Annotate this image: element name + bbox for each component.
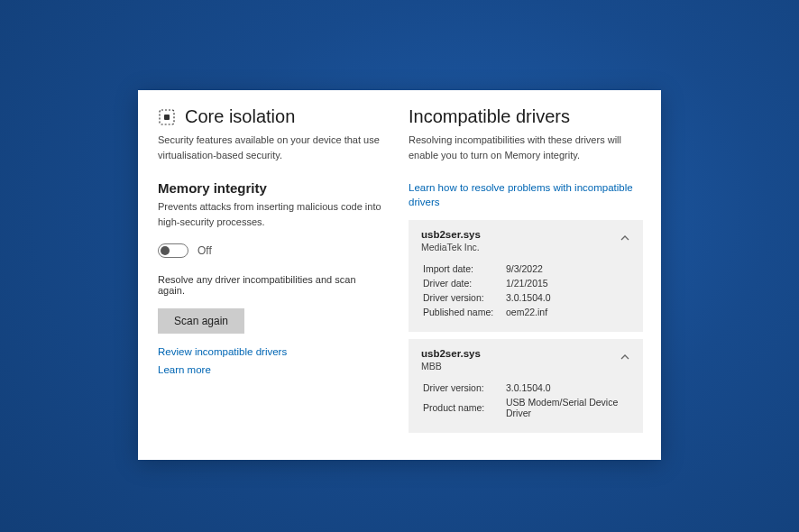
detail-value: 3.0.1504.0 [506, 292, 551, 305]
detail-label: Product name: [423, 397, 504, 420]
incompatible-drivers-description: Resolving incompatibilities with these d… [409, 133, 643, 162]
detail-label: Driver version: [423, 292, 504, 305]
table-row: Published name:oem22.inf [423, 307, 551, 319]
detail-label: Driver date: [423, 278, 504, 290]
table-row: Driver version:3.0.1504.0 [423, 382, 627, 395]
table-row: Driver version:3.0.1504.0 [423, 292, 551, 305]
memory-integrity-toggle-row: Off [158, 243, 385, 258]
chevron-up-icon[interactable] [620, 350, 630, 361]
settings-window: Core isolation Security features availab… [138, 90, 661, 460]
memory-integrity-toggle[interactable] [158, 243, 188, 258]
detail-label: Published name: [423, 307, 504, 319]
toggle-state-label: Off [197, 244, 212, 257]
driver-card: usb2ser.sysMBBDriver version:3.0.1504.0P… [409, 339, 643, 433]
page-title: Core isolation [185, 106, 295, 127]
driver-vendor: MBB [421, 361, 629, 371]
table-row: Import date:9/3/2022 [423, 263, 551, 276]
driver-details-table: Driver version:3.0.1504.0Product name:US… [421, 381, 629, 422]
core-isolation-icon [158, 108, 176, 126]
core-isolation-panel: Core isolation Security features availab… [158, 106, 385, 440]
incompatible-drivers-panel: Incompatible drivers Resolving incompati… [409, 106, 643, 440]
learn-more-link[interactable]: Learn more [158, 364, 385, 375]
driver-vendor: MediaTek Inc. [421, 242, 629, 252]
memory-integrity-heading: Memory integrity [158, 180, 385, 196]
review-incompatible-drivers-link[interactable]: Review incompatible drivers [158, 346, 385, 357]
driver-file-name: usb2ser.sys [421, 229, 629, 240]
detail-value: oem22.inf [506, 307, 551, 319]
detail-value: 1/21/2015 [506, 278, 551, 290]
detail-value: 3.0.1504.0 [506, 382, 627, 395]
drivers-list: usb2ser.sysMediaTek Inc.Import date:9/3/… [409, 220, 643, 433]
page-description: Security features available on your devi… [158, 133, 385, 162]
learn-resolve-link[interactable]: Learn how to resolve problems with incom… [409, 180, 643, 209]
page-title-row: Core isolation [158, 106, 385, 127]
detail-value: 9/3/2022 [506, 263, 551, 276]
table-row: Driver date:1/21/2015 [423, 278, 551, 290]
incompatible-drivers-title: Incompatible drivers [409, 106, 643, 127]
detail-value: USB Modem/Serial Device Driver [506, 397, 627, 420]
driver-card: usb2ser.sysMediaTek Inc.Import date:9/3/… [409, 220, 643, 332]
driver-file-name: usb2ser.sys [421, 348, 629, 359]
detail-label: Driver version: [423, 382, 504, 395]
resolve-hint: Resolve any driver incompatibilities and… [158, 274, 385, 296]
memory-integrity-description: Prevents attacks from inserting maliciou… [158, 199, 385, 229]
driver-details-table: Import date:9/3/2022Driver date:1/21/201… [421, 261, 553, 321]
svg-rect-1 [164, 115, 170, 120]
chevron-up-icon[interactable] [620, 231, 630, 242]
table-row: Product name:USB Modem/Serial Device Dri… [423, 397, 627, 420]
detail-label: Import date: [423, 263, 504, 276]
scan-again-button[interactable]: Scan again [158, 308, 244, 334]
